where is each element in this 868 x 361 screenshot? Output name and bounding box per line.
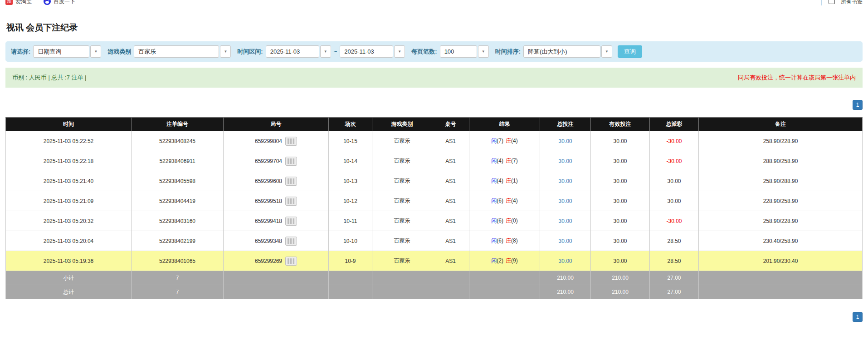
cell-payout: 28.50 xyxy=(650,251,699,271)
cell-table: AS1 xyxy=(432,251,469,271)
cell-bet-id: 522938404419 xyxy=(132,191,224,211)
game-type-select[interactable]: 百家乐 ▼ xyxy=(134,45,231,58)
sort-select-value[interactable]: 降冪(由大到小) xyxy=(523,45,600,58)
bet-slip-icon[interactable] xyxy=(285,217,297,226)
cell-total-bet: 30.00 xyxy=(540,171,591,191)
game-type-label: 游戏类别 xyxy=(107,48,131,56)
round-number: 659299518 xyxy=(255,198,282,204)
table-row[interactable]: 2025-11-03 05:22:18 522938406911 6592997… xyxy=(6,151,863,171)
cell-round-id: 659299418 xyxy=(224,211,329,231)
total-bet-link[interactable]: 30.00 xyxy=(558,138,572,144)
cell-bet-id: 522938401065 xyxy=(132,251,224,271)
total-bet-link[interactable]: 30.00 xyxy=(558,158,572,164)
result-player: 闲 xyxy=(491,218,497,224)
round-number: 659299608 xyxy=(255,178,282,184)
chevron-down-icon[interactable]: ▼ xyxy=(220,45,231,58)
page-size-value[interactable]: 100 xyxy=(440,45,477,58)
total-bet-link[interactable]: 30.00 xyxy=(558,178,572,184)
table-row[interactable]: 2025-11-03 05:20:04 522938402199 6592993… xyxy=(6,231,863,251)
chevron-down-icon[interactable]: ▼ xyxy=(601,45,612,58)
search-button[interactable]: 查询 xyxy=(618,45,642,58)
summary-bar: 币别 : 人民币 | 总共 :7 注单 | 同局有效投注，统一计算在该局第一张注… xyxy=(5,68,863,88)
date-to-input[interactable]: 2025-11-03 ▼ xyxy=(340,45,405,58)
cell-session: 10-14 xyxy=(329,151,372,171)
cell-note: 258.90/288.90 xyxy=(699,171,863,191)
bet-slip-icon[interactable] xyxy=(285,257,297,266)
page-size-select[interactable]: 100 ▼ xyxy=(440,45,489,58)
cell-total-bet: 30.00 xyxy=(540,231,591,251)
result-banker: 庄 xyxy=(506,138,511,144)
cell-time: 2025-11-03 05:22:52 xyxy=(6,131,132,151)
total-bet-link[interactable]: 30.00 xyxy=(558,238,572,244)
totals-count: 7 xyxy=(132,285,224,299)
chevron-down-icon[interactable]: ▼ xyxy=(394,45,405,58)
cell-session: 10-12 xyxy=(329,191,372,211)
chevron-down-icon[interactable]: ▼ xyxy=(90,45,101,58)
column-header: 备注 xyxy=(699,118,863,131)
cell-payout: 30.00 xyxy=(650,191,699,211)
cell-valid-bet: 30.00 xyxy=(591,171,650,191)
cell-game: 百家乐 xyxy=(372,251,432,271)
cell-bet-id: 522938402199 xyxy=(132,231,224,251)
round-number: 659299804 xyxy=(255,138,282,144)
cell-round-id: 659299518 xyxy=(224,191,329,211)
bet-slip-icon[interactable] xyxy=(285,237,297,246)
bet-slip-icon[interactable] xyxy=(285,197,297,206)
page-button-1[interactable]: 1 xyxy=(853,100,863,110)
chevron-down-icon[interactable]: ▼ xyxy=(478,45,489,58)
date-to-value[interactable]: 2025-11-03 xyxy=(340,45,393,58)
date-from-value[interactable]: 2025-11-03 xyxy=(266,45,319,58)
totals-payout: 27.00 xyxy=(650,271,699,285)
bookmark-taobao[interactable]: 淘 爱淘宝 xyxy=(5,0,32,5)
cell-result: 闲(2)庄(9) xyxy=(469,251,540,271)
page-button-1[interactable]: 1 xyxy=(853,312,863,322)
cell-total-bet: 30.00 xyxy=(540,191,591,211)
cell-valid-bet: 30.00 xyxy=(591,251,650,271)
mode-select[interactable]: 日期查询 ▼ xyxy=(33,45,101,58)
date-from-input[interactable]: 2025-11-03 ▼ xyxy=(266,45,331,58)
cell-round-id: 659299269 xyxy=(224,251,329,271)
table-header-row: 时间注单编号局号场次游戏类别桌号结果总投注有效投注总派彩备注 xyxy=(6,118,863,131)
total-bet-link[interactable]: 30.00 xyxy=(558,198,572,204)
totals-total-bet: 210.00 xyxy=(540,271,591,285)
table-row[interactable]: 2025-11-03 05:20:32 522938403160 6592994… xyxy=(6,211,863,231)
totals-label: 小计 xyxy=(6,271,132,285)
cell-table: AS1 xyxy=(432,131,469,151)
column-header: 游戏类别 xyxy=(372,118,432,131)
table-row[interactable]: 2025-11-03 05:21:09 522938404419 6592995… xyxy=(6,191,863,211)
round-number: 659299348 xyxy=(255,238,282,244)
result-player: 闲 xyxy=(491,198,497,204)
cell-session: 10-10 xyxy=(329,231,372,251)
cell-bet-id: 522938403160 xyxy=(132,211,224,231)
cell-time: 2025-11-03 05:20:32 xyxy=(6,211,132,231)
bet-slip-icon[interactable] xyxy=(285,177,297,186)
bet-records-table: 时间注单编号局号场次游戏类别桌号结果总投注有效投注总派彩备注 2025-11-0… xyxy=(5,117,863,299)
total-bet-link[interactable]: 30.00 xyxy=(558,218,572,224)
result-banker: 庄 xyxy=(506,178,511,184)
sort-select[interactable]: 降冪(由大到小) ▼ xyxy=(523,45,612,58)
date-range-separator: ~ xyxy=(334,48,337,55)
table-row[interactable]: 2025-11-03 05:22:52 522938408245 6592998… xyxy=(6,131,863,151)
table-row[interactable]: 2025-11-03 05:21:40 522938405598 6592996… xyxy=(6,171,863,191)
totals-label: 总计 xyxy=(6,285,132,299)
table-row[interactable]: 2025-11-03 05:19:36 522938401065 6592992… xyxy=(6,251,863,271)
cell-note: 201.90/230.40 xyxy=(699,251,863,271)
game-type-select-value[interactable]: 百家乐 xyxy=(134,45,219,58)
cell-bet-id: 522938405598 xyxy=(132,171,224,191)
mode-select-value[interactable]: 日期查询 xyxy=(33,45,89,58)
cell-payout: -30.00 xyxy=(650,131,699,151)
total-bet-link[interactable]: 30.00 xyxy=(558,258,572,264)
cell-time: 2025-11-03 05:21:40 xyxy=(6,171,132,191)
cell-note: 228.90/258.90 xyxy=(699,191,863,211)
chevron-down-icon[interactable]: ▼ xyxy=(320,45,331,58)
totals-row: 总计 7 210.00 210.00 27.00 xyxy=(6,285,863,299)
all-bookmarks-button[interactable]: 所有书签 xyxy=(829,0,863,5)
bet-slip-icon[interactable] xyxy=(285,137,297,146)
round-number: 659299418 xyxy=(255,218,282,224)
bookmark-baidu[interactable]: 百度一下 xyxy=(44,0,75,5)
bet-slip-icon[interactable] xyxy=(285,157,297,166)
result-player: 闲 xyxy=(491,138,497,144)
totals-valid-bet: 210.00 xyxy=(591,285,650,299)
bookmarks-divider xyxy=(821,0,822,5)
totals-valid-bet: 210.00 xyxy=(591,271,650,285)
